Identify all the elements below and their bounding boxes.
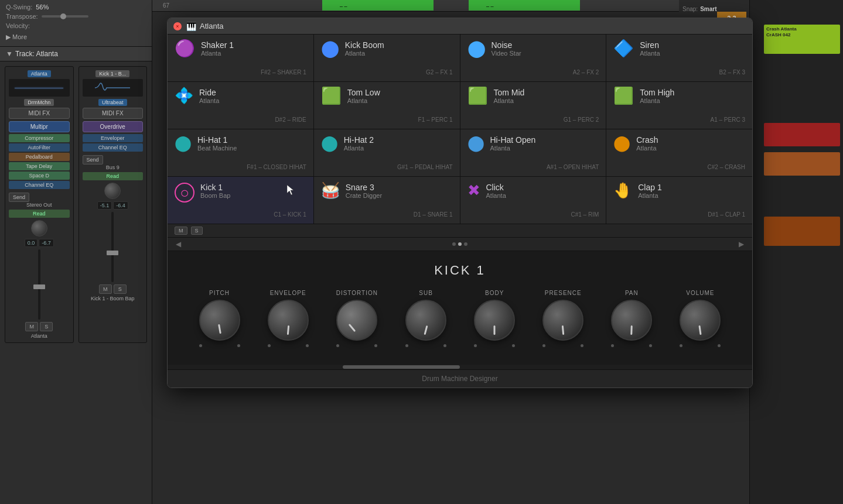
- channel-name-atlanta[interactable]: Atlanta: [28, 70, 51, 77]
- knob-group-sub: SUB: [405, 290, 446, 347]
- orange-clip[interactable]: [764, 152, 840, 176]
- pad-clap1[interactable]: 🤚 Clap 1 Atlanta D#1 – CLAP 1: [606, 177, 752, 224]
- sub-knob[interactable]: [405, 300, 446, 341]
- midifx-btn-kick[interactable]: MIDI FX: [83, 108, 144, 119]
- pad-kick1[interactable]: ○ Kick 1 Boom Bap C1 – KICK 1: [168, 177, 313, 224]
- pad-sub-click: Atlanta: [486, 192, 599, 199]
- send-btn-atlanta[interactable]: Send: [9, 193, 29, 202]
- fader-thumb-kick1[interactable]: [107, 251, 118, 255]
- dmd-scroll-thumb[interactable]: [343, 365, 460, 369]
- presence-label: PRESENCE: [545, 290, 582, 296]
- overdrive-btn[interactable]: Overdrive: [83, 121, 144, 132]
- waveform-atlanta: [9, 79, 70, 97]
- orange2-clip[interactable]: [764, 217, 840, 246]
- enveloper-fx[interactable]: Enveloper: [83, 134, 144, 142]
- pad-tomhigh[interactable]: 🟩 Tom High Atlanta A1 – PERC 3: [606, 82, 752, 129]
- nav-dot-1[interactable]: [452, 242, 456, 246]
- mute-btn-kick1[interactable]: M: [99, 284, 112, 294]
- pad-ride[interactable]: 💠 Ride Atlanta D#2 – RIDE: [168, 82, 313, 129]
- pad-click[interactable]: ✖ Click Atlanta C#1 – RIM: [460, 177, 606, 224]
- pad-kickboom[interactable]: ⬤ Kick Boom Atlanta G2 – FX 1: [314, 35, 460, 81]
- hihat2-icon: ⬤: [321, 135, 338, 150]
- pad-hihat1[interactable]: ⬤ Hi-Hat 1 Beat Machine F#1 – CLOSED HIH…: [168, 129, 313, 176]
- drmmchn-btn[interactable]: DrmMchn: [24, 99, 54, 106]
- ultrabeat-btn[interactable]: Ultrabeat: [98, 99, 127, 106]
- pad-hihatopen[interactable]: ⬤ Hi-Hat Open Atlanta A#1 – OPEN HIHAT: [460, 129, 606, 176]
- pad-noise[interactable]: ⬤ Noise Video Star A2 – FX 2: [460, 35, 606, 81]
- pan-knob-kick1[interactable]: [104, 183, 121, 199]
- envelope-knob[interactable]: [268, 300, 309, 341]
- pad-name-ride: Ride: [199, 88, 306, 97]
- pan-knob-dmd[interactable]: [611, 300, 652, 341]
- compressor-fx[interactable]: Compressor: [9, 134, 70, 142]
- channeleq-fx[interactable]: Channel EQ: [9, 181, 70, 189]
- click-icon: ✖: [467, 183, 480, 198]
- nav-dot-3[interactable]: [464, 242, 467, 246]
- knob-group-distortion: DISTORTION: [336, 290, 378, 347]
- pad-tommid[interactable]: 🟩 Tom Mid Atlanta G1 – PERC 2: [460, 82, 606, 129]
- db2-atlanta: -6.7: [39, 239, 54, 247]
- distortion-knob[interactable]: [336, 300, 377, 341]
- read-btn-atlanta[interactable]: Read: [9, 210, 70, 218]
- nav-left-arrow[interactable]: ◀: [173, 240, 183, 248]
- mute-btn-atlanta[interactable]: M: [25, 322, 38, 331]
- presence-knob[interactable]: [542, 300, 583, 341]
- pad-name-hihat2: Hi-Hat 2: [344, 135, 453, 145]
- tapedelay-fx[interactable]: Tape Delay: [9, 162, 70, 170]
- sub-dot-max: [443, 344, 446, 347]
- pad-tomlow[interactable]: 🟩 Tom Low Atlanta F1 – PERC 1: [314, 82, 460, 129]
- pad-note-tomlow: F1 – PERC 1: [418, 116, 453, 123]
- nav-right-arrow[interactable]: ▶: [736, 240, 746, 248]
- knob-group-volume: VOLUME: [680, 290, 721, 347]
- pad-siren[interactable]: 🔷 Siren Atlanta B2 – FX 3: [606, 35, 752, 81]
- mb-btns-kick1: M S: [99, 284, 127, 294]
- q-swing-row: Q-Swing: 56%: [6, 4, 146, 11]
- distortion-label: DISTORTION: [336, 290, 378, 296]
- channel-name-kick1[interactable]: Kick 1 - B...: [95, 70, 129, 77]
- dmd-close-button[interactable]: ×: [173, 22, 182, 30]
- more-button[interactable]: ▶ More: [6, 32, 146, 43]
- body-knob[interactable]: [474, 300, 515, 341]
- pad-shaker1[interactable]: 🟣 Shaker 1 Atlanta F#2 – SHAKER 1: [168, 35, 313, 81]
- pan-dot-min: [611, 344, 614, 347]
- left-mixer-panel: Q-Swing: 56% Transpose: Velocity: ▶ More…: [0, 0, 152, 504]
- pan-knob-atlanta[interactable]: [31, 220, 47, 236]
- pad-hihat2[interactable]: ⬤ Hi-Hat 2 Atlanta G#1 – PEDAL HIHAT: [314, 129, 460, 176]
- read-btn-kick1[interactable]: Read: [83, 172, 144, 180]
- solo-btn-kick1[interactable]: S: [114, 284, 127, 294]
- solo-btn-dmd[interactable]: S: [191, 227, 203, 235]
- multipr-btn[interactable]: Multipr: [9, 121, 70, 132]
- q-swing-label: Q-Swing:: [6, 4, 32, 11]
- dmd-scrollbar[interactable]: [168, 365, 752, 369]
- tommid-icon: 🟩: [467, 88, 488, 104]
- nav-dots: [452, 242, 467, 246]
- envelope-label: ENVELOPE: [270, 290, 306, 296]
- env-dot-min: [268, 344, 271, 347]
- fader-kick1: [83, 212, 144, 282]
- crash-clip[interactable]: Crash AtlantaCrASH 042: [764, 25, 840, 54]
- pitch-knob[interactable]: [199, 300, 240, 341]
- pad-crash[interactable]: ⬤ Crash Atlanta C#2 – CRASH: [606, 129, 752, 176]
- spaced-fx[interactable]: Space D: [9, 172, 70, 180]
- autofilter-fx[interactable]: AutoFilter: [9, 143, 70, 152]
- snap-value: Smart: [700, 6, 716, 12]
- channeleq2-fx[interactable]: Channel EQ: [83, 143, 144, 152]
- red-clip[interactable]: [764, 123, 840, 146]
- send-btn-kick1[interactable]: Send: [83, 155, 103, 164]
- track-collapse-icon[interactable]: ▼: [6, 50, 13, 58]
- solo-btn-atlanta[interactable]: S: [40, 322, 53, 331]
- nav-dot-2[interactable]: [458, 242, 462, 246]
- mute-btn-dmd[interactable]: M: [175, 227, 187, 235]
- midifx-btn[interactable]: MIDI FX: [9, 108, 70, 119]
- pedalboard-fx[interactable]: Pedalboard: [9, 153, 70, 161]
- pitch-dot-row: [199, 344, 240, 347]
- pad-name-tommid: Tom Mid: [494, 88, 599, 97]
- kickboom-icon: ⬤: [321, 40, 339, 57]
- fader-thumb-atlanta[interactable]: [33, 284, 45, 289]
- channel-strip-atlanta: Atlanta DrmMchn MIDI FX Multipr Compress…: [5, 66, 74, 343]
- volume-knob[interactable]: [680, 300, 721, 341]
- pad-snare3[interactable]: 🥁 Snare 3 Crate Digger D1 – SNARE 1: [314, 177, 460, 224]
- transpose-slider[interactable]: [42, 15, 88, 18]
- pad-note-hihatopen: A#1 – OPEN HIHAT: [547, 164, 599, 170]
- pad-note-crash: C#2 – CRASH: [708, 164, 745, 170]
